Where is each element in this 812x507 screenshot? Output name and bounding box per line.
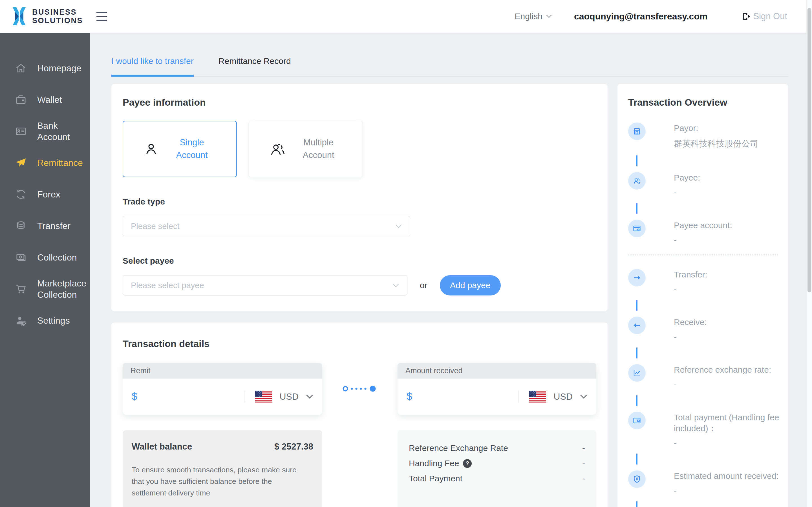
sidebar-item-homepage[interactable]: Homepage — [0, 52, 90, 84]
overview-item-payee: Payee: - — [628, 172, 779, 197]
timeline-connector — [637, 347, 638, 358]
header: BUSINESS SOLUTIONS English caoqunying@tr… — [0, 0, 812, 33]
overview-item-total-payment: Total payment (Handling fee included)： - — [628, 412, 779, 448]
remit-currency-code: USD — [280, 392, 299, 402]
transaction-overview-title: Transaction Overview — [628, 97, 779, 108]
sign-out-button[interactable]: Sign Out — [741, 11, 787, 21]
overview-label: Payee: — [674, 172, 779, 183]
overview-label: Payee account: — [674, 220, 779, 231]
overview-label: Reference exchange rate: — [674, 364, 779, 375]
remit-amount-input[interactable] — [143, 392, 244, 402]
summary-row: Reference Exchange Rate - — [409, 443, 585, 453]
wallet-balance-label: Wallet balance — [132, 442, 192, 452]
sidebar-item-label: Wallet — [37, 94, 62, 105]
users-icon — [628, 172, 646, 189]
bank-account-icon — [15, 125, 27, 137]
timeline-connector — [637, 395, 638, 406]
fees-summary-box: Reference Exchange Rate - Handling Fee ?… — [398, 431, 596, 507]
language-selector[interactable]: English — [515, 11, 552, 21]
reference-exchange-rate-value: - — [582, 443, 585, 453]
overview-item-payor: Payor: 群英科技科技股份公司 — [628, 122, 779, 150]
marketplace-collection-icon — [15, 283, 27, 295]
user-email: caoqunying@transfereasy.com — [574, 11, 707, 22]
tab-remittance-record[interactable]: Remittance Record — [218, 56, 291, 76]
remit-currency-select[interactable]: USD — [255, 391, 313, 402]
overview-item-payee-account: Payee account: - — [628, 220, 779, 245]
transaction-details-card: Transaction details Remit $ — [111, 323, 608, 507]
wallet-balance-note: To ensure smooth transactions, please ma… — [132, 464, 306, 499]
overview-value: - — [674, 284, 779, 294]
payee-information-title: Payee information — [123, 97, 596, 108]
sidebar-item-label: Marketplace Collection — [37, 278, 86, 300]
arrow-right-icon — [628, 269, 646, 286]
handling-fee-value: - — [582, 459, 585, 468]
overview-item-estimated-amount-received: Estimated amount received: - — [628, 470, 779, 496]
sidebar-item-bank-account[interactable]: Bank Account — [0, 115, 90, 147]
account-type-options: Single Account Multiple Account — [123, 121, 596, 177]
multiple-account-option[interactable]: Multiple Account — [249, 121, 363, 177]
main-content: I would like to transfer Remittance Reco… — [90, 33, 812, 507]
vertical-scrollbar — [806, 0, 812, 507]
sidebar-item-wallet[interactable]: Wallet — [0, 84, 90, 115]
received-currency-select[interactable]: USD — [529, 391, 587, 402]
overview-item-receive: Receive: - — [628, 317, 779, 342]
tab-i-would-like-to-transfer[interactable]: I would like to transfer — [111, 56, 194, 76]
wallet-icon — [15, 94, 27, 106]
bank-card-icon — [628, 220, 646, 237]
timeline-connector — [637, 155, 638, 166]
brand-line2: SOLUTIONS — [32, 16, 83, 25]
chevron-down-icon — [395, 224, 402, 228]
sidebar-item-transfer[interactable]: Transfer — [0, 210, 90, 242]
overview-label: Transfer: — [674, 269, 779, 280]
single-account-label: Single Account — [168, 136, 216, 162]
sidebar-item-marketplace-collection[interactable]: Marketplace Collection — [0, 273, 90, 305]
collection-icon — [15, 251, 27, 264]
single-account-option[interactable]: Single Account — [123, 121, 237, 177]
scrollbar-thumb[interactable] — [808, 8, 811, 292]
summary-row: Total Payment - — [409, 474, 585, 483]
received-amount-input[interactable] — [418, 392, 518, 402]
overview-label: Receive: — [674, 317, 779, 328]
add-payee-button[interactable]: Add payee — [440, 275, 501, 295]
overview-value: - — [674, 486, 779, 496]
sidebar-item-remittance[interactable]: Remittance — [0, 147, 90, 179]
sidebar-item-label: Transfer — [37, 220, 70, 231]
wallet-balance-box: Wallet balance $ 2527.38 To ensure smoot… — [123, 431, 322, 507]
shop-icon — [628, 122, 646, 140]
wallet-balance-value: $ 2527.38 — [274, 442, 313, 452]
home-icon — [15, 62, 27, 74]
help-icon[interactable]: ? — [463, 459, 472, 468]
received-currency-symbol: $ — [407, 391, 412, 402]
transaction-details-title: Transaction details — [123, 338, 596, 349]
us-flag-icon — [255, 391, 272, 402]
sidebar-item-collection[interactable]: Collection — [0, 242, 90, 273]
hamburger-menu-icon[interactable] — [96, 12, 107, 21]
summary-row: Handling Fee ? - — [409, 459, 585, 468]
sidebar-item-label: Forex — [37, 189, 60, 200]
arrow-left-icon — [628, 317, 646, 334]
remit-box: Remit $ — [123, 363, 322, 414]
multiple-account-label: Multiple Account — [295, 136, 343, 162]
sidebar-item-forex[interactable]: Forex — [0, 179, 90, 210]
transfer-direction-dots — [342, 385, 377, 393]
sidebar-item-label: Collection — [37, 252, 77, 263]
language-label: English — [515, 11, 543, 21]
shield-currency-icon — [628, 470, 646, 488]
reference-exchange-rate-label: Reference Exchange Rate — [409, 443, 508, 453]
timeline-connector — [637, 300, 638, 311]
chevron-down-icon — [393, 283, 399, 288]
overview-value: - — [674, 235, 779, 245]
overview-item-transfer: Transfer: - — [628, 269, 779, 294]
select-payee-select[interactable]: Please select payee — [123, 275, 407, 295]
sidebar-nav: Homepage Wallet Bank Account — [0, 33, 90, 336]
trade-type-select[interactable]: Please select — [123, 216, 410, 236]
sidebar-item-settings[interactable]: Settings — [0, 305, 90, 336]
chart-icon — [628, 364, 646, 382]
amount-received-label: Amount received — [398, 363, 596, 379]
timeline-connector — [637, 203, 638, 214]
chevron-down-icon — [580, 394, 587, 399]
payee-information-card: Payee information Single Account — [111, 84, 608, 311]
overview-item-reference-exchange-rate: Reference exchange rate: - — [628, 364, 779, 389]
app-window: BUSINESS SOLUTIONS English caoqunying@tr… — [0, 0, 812, 507]
form-column: Payee information Single Account — [111, 84, 608, 507]
